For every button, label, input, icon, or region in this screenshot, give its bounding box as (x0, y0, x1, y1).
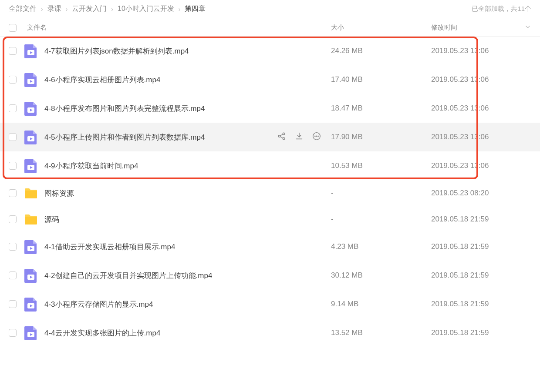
file-row[interactable]: 4-2创建自己的云开发项目并实现图片上传功能.mp430.12 MB2019.0… (0, 261, 540, 290)
file-row[interactable]: 4-7获取图片列表json数据并解析到列表.mp424.26 MB2019.05… (0, 37, 540, 65)
file-modified-time: 2019.05.18 21:59 (431, 242, 531, 251)
file-row[interactable]: 4-4云开发实现多张图片的上传.mp413.52 MB2019.05.18 21… (0, 318, 540, 347)
file-list: 4-7获取图片列表json数据并解析到列表.mp424.26 MB2019.05… (0, 37, 540, 347)
breadcrumb-item[interactable]: 云开发入门 (72, 4, 107, 13)
file-name[interactable]: 4-8小程序发布图片和图片列表完整流程展示.mp4 (44, 104, 205, 114)
name-cell: 4-4云开发实现多张图片的上传.mp4 (24, 325, 331, 340)
file-name[interactable]: 4-9小程序获取当前时间.mp4 (44, 161, 138, 171)
row-checkbox[interactable] (9, 162, 17, 170)
file-name[interactable]: 4-4云开发实现多张图片的上传.mp4 (44, 328, 160, 338)
name-cell: 4-2创建自己的云开发项目并实现图片上传功能.mp4 (24, 268, 331, 283)
name-cell: 4-5小程序上传图片和作者到图片列表数据库.mp4 (24, 130, 331, 144)
name-cell: 4-6小程序实现云相册图片列表.mp4 (24, 72, 331, 87)
row-checkbox[interactable] (9, 329, 17, 337)
breadcrumb: 全部文件 › 录课 › 云开发入门 › 10小时入门云开发 › 第四章 (9, 4, 206, 13)
file-name[interactable]: 图标资源 (44, 188, 74, 198)
file-size: 24.26 MB (331, 47, 431, 55)
load-status: 已全部加载，共11个 (472, 5, 531, 13)
chevron-right-icon: › (111, 6, 113, 13)
file-modified-time: 2019.05.23 13:06 (431, 47, 531, 55)
chevron-down-icon[interactable] (524, 23, 531, 32)
file-size: 4.23 MB (331, 242, 431, 251)
file-modified-time: 2019.05.18 21:59 (431, 328, 531, 337)
file-name[interactable]: 源码 (44, 214, 59, 224)
folder-icon (24, 213, 37, 225)
file-modified-time: 2019.05.23 08:20 (431, 189, 531, 198)
file-row[interactable]: 4-3小程序云存储图片的显示.mp49.14 MB2019.05.18 21:5… (0, 290, 540, 318)
video-file-icon (24, 130, 37, 144)
file-size: 17.40 MB (331, 75, 431, 84)
row-actions (277, 131, 331, 143)
folder-icon (24, 187, 37, 199)
file-name[interactable]: 4-5小程序上传图片和作者到图片列表数据库.mp4 (44, 132, 205, 142)
file-modified-time: 2019.05.23 13:06 (431, 161, 531, 170)
download-button[interactable] (294, 131, 304, 143)
file-row[interactable]: 4-6小程序实现云相册图片列表.mp417.40 MB2019.05.23 13… (0, 65, 540, 94)
more-button[interactable] (312, 131, 321, 143)
video-file-icon (24, 325, 37, 340)
file-size: 10.53 MB (331, 161, 431, 170)
file-row[interactable]: 4-1借助云开发实现云相册项目展示.mp44.23 MB2019.05.18 2… (0, 232, 540, 261)
row-checkbox[interactable] (9, 300, 17, 308)
file-size: 18.47 MB (331, 104, 431, 113)
file-size: - (331, 215, 431, 224)
file-row[interactable]: 4-8小程序发布图片和图片列表完整流程展示.mp418.47 MB2019.05… (0, 94, 540, 123)
row-checkbox[interactable] (9, 133, 17, 141)
column-header-time[interactable]: 修改时间 (431, 23, 531, 32)
breadcrumb-item[interactable]: 全部文件 (9, 4, 37, 13)
chevron-right-icon: › (41, 6, 43, 13)
file-name[interactable]: 4-6小程序实现云相册图片列表.mp4 (44, 75, 160, 85)
file-name[interactable]: 4-7获取图片列表json数据并解析到列表.mp4 (44, 46, 189, 56)
file-modified-time: 2019.05.23 13:06 (431, 75, 531, 84)
file-name[interactable]: 4-1借助云开发实现云相册项目展示.mp4 (44, 242, 175, 252)
video-file-icon (24, 158, 37, 173)
file-modified-time: 2019.05.18 21:59 (431, 300, 531, 308)
breadcrumb-current: 第四章 (185, 4, 206, 13)
file-name[interactable]: 4-3小程序云存储图片的显示.mp4 (44, 299, 153, 309)
file-size: 17.90 MB (331, 133, 431, 141)
file-name[interactable]: 4-2创建自己的云开发项目并实现图片上传功能.mp4 (44, 271, 212, 281)
file-modified-time: 2019.05.23 13:06 (431, 133, 531, 141)
file-modified-time: 2019.05.18 21:59 (431, 271, 531, 280)
file-row[interactable]: 4-9小程序获取当前时间.mp410.53 MB2019.05.23 13:06 (0, 151, 540, 180)
select-all-checkbox[interactable] (9, 24, 17, 32)
name-cell: 4-1借助云开发实现云相册项目展示.mp4 (24, 239, 331, 254)
column-header-size[interactable]: 大小 (331, 23, 431, 32)
list-header: 文件名 大小 修改时间 (0, 19, 540, 37)
file-row[interactable]: 源码-2019.05.18 21:59 (0, 206, 540, 232)
file-size: 9.14 MB (331, 300, 431, 308)
share-button[interactable] (277, 131, 287, 143)
video-file-icon (24, 268, 37, 283)
row-checkbox[interactable] (9, 76, 17, 84)
file-size: 13.52 MB (331, 328, 431, 337)
file-row[interactable]: 4-5小程序上传图片和作者到图片列表数据库.mp417.90 MB2019.05… (0, 123, 540, 151)
row-checkbox[interactable] (9, 189, 17, 197)
name-cell: 4-9小程序获取当前时间.mp4 (24, 158, 331, 173)
breadcrumb-item[interactable]: 录课 (47, 4, 61, 13)
chevron-right-icon: › (179, 6, 181, 13)
file-modified-time: 2019.05.23 13:06 (431, 104, 531, 113)
row-checkbox[interactable] (9, 215, 17, 223)
video-file-icon (24, 101, 37, 116)
video-file-icon (24, 44, 37, 58)
breadcrumb-item[interactable]: 10小时入门云开发 (118, 4, 174, 13)
video-file-icon (24, 72, 37, 87)
video-file-icon (24, 297, 37, 312)
row-checkbox[interactable] (9, 104, 17, 112)
file-size: 30.12 MB (331, 271, 431, 280)
name-cell: 源码 (24, 213, 331, 225)
top-bar: 全部文件 › 录课 › 云开发入门 › 10小时入门云开发 › 第四章 已全部加… (0, 0, 540, 19)
row-checkbox[interactable] (9, 243, 17, 251)
name-cell: 4-8小程序发布图片和图片列表完整流程展示.mp4 (24, 101, 331, 116)
name-cell: 4-3小程序云存储图片的显示.mp4 (24, 297, 331, 312)
file-modified-time: 2019.05.18 21:59 (431, 215, 531, 224)
row-checkbox[interactable] (9, 271, 17, 279)
chevron-right-icon: › (66, 6, 68, 13)
row-checkbox[interactable] (9, 47, 17, 55)
video-file-icon (24, 239, 37, 254)
column-header-name[interactable]: 文件名 (24, 23, 331, 32)
file-row[interactable]: 图标资源-2019.05.23 08:20 (0, 180, 540, 206)
name-cell: 4-7获取图片列表json数据并解析到列表.mp4 (24, 44, 331, 58)
name-cell: 图标资源 (24, 187, 331, 199)
file-size: - (331, 189, 431, 198)
